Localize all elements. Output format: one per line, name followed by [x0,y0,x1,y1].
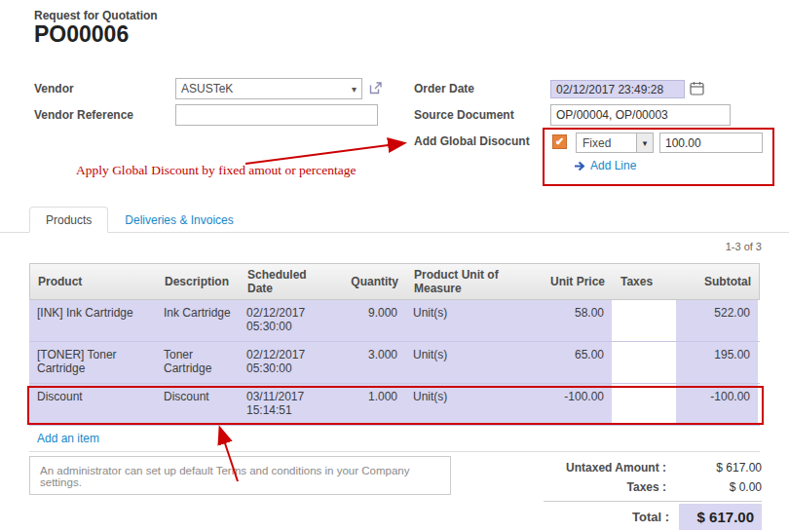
global-discount-label: Add Global Disocunt [414,134,530,148]
cell-description: Ink Cartridge [156,300,239,341]
total-label: Total : [632,510,679,524]
chevron-down-icon: ▾ [636,133,653,152]
vendor-value: ASUSTeK [181,82,233,95]
column-header-taxes: Taxes [613,275,677,288]
column-header-product: Product [30,275,157,288]
table-row[interactable]: [TONER] Toner Cartridge Toner Cartridge … [29,342,760,384]
untaxed-amount-label: Untaxed Amount : [544,461,676,475]
cell-taxes [612,300,676,341]
cell-description: Discount [156,384,239,425]
cell-unit-price: 65.00 [542,342,612,383]
cell-taxes [612,342,676,383]
doc-type-label: Request for Quotation [34,9,158,22]
untaxed-amount-value: $ 617.00 [676,461,762,475]
external-link-icon[interactable] [368,81,383,95]
cell-uom: Unit(s) [405,384,542,425]
annotation-global-discount-note: Apply Global Discount by fixed amout or … [76,163,357,178]
cell-scheduled-date: 02/12/2017 05:30:00 [239,300,341,341]
vendor-reference-input[interactable] [175,104,378,126]
cell-quantity: 1.000 [341,384,405,425]
column-header-uom: Product Unit of Measure [406,268,543,295]
cell-quantity: 3.000 [341,342,405,383]
column-header-scheduled-date: Scheduled Date [240,268,342,295]
cell-subtotal: -100.00 [676,384,758,425]
total-value: $ 617.00 [679,504,762,530]
totals-separator [544,501,762,502]
taxes-value: $ 0.00 [676,480,762,494]
cell-product: Discount [29,384,156,425]
vendor-label: Vendor [34,82,74,95]
tab-deliveries-invoices[interactable]: Deliveries & Invoices [108,207,249,233]
cell-uom: Unit(s) [405,300,542,341]
add-line-link[interactable]: Add Line [574,159,636,172]
discount-amount-input[interactable] [659,133,763,153]
column-header-quantity: Quantity [342,275,406,288]
column-header-description: Description [157,275,240,288]
add-item-link[interactable]: Add an item [37,432,99,445]
vendor-select[interactable]: ASUSTeK ▾ [175,78,362,99]
cell-product: [TONER] Toner Cartridge [29,342,156,383]
table-header-row: Product Description Scheduled Date Quant… [29,263,760,300]
cell-scheduled-date: 02/12/2017 05:30:00 [239,342,341,383]
discount-type-select[interactable]: Fixed ▾ [576,133,654,153]
cell-subtotal: 195.00 [676,342,758,383]
chevron-down-icon: ▾ [352,84,357,95]
calendar-icon[interactable] [690,81,704,95]
global-discount-checkbox[interactable]: ✔ [552,134,567,149]
page-title: PO00006 [34,21,129,48]
cell-subtotal: 522.00 [676,300,758,341]
tab-products[interactable]: Products [29,207,108,233]
pager-range: 1-3 of 3 [726,241,762,252]
totals-panel: Untaxed Amount : $ 617.00 Taxes : $ 0.00… [544,458,762,530]
order-date-field[interactable]: 02/12/2017 23:49:28 [550,80,685,98]
column-header-unit-price: Unit Price [543,275,613,288]
table-row-discount[interactable]: Discount Discount 03/11/2017 15:14:51 1.… [29,384,760,426]
cell-product: [INK] Ink Cartridge [29,300,156,341]
cell-unit-price: -100.00 [542,384,612,425]
cell-uom: Unit(s) [405,342,542,383]
order-lines-table: Product Description Scheduled Date Quant… [29,263,760,452]
rfq-form-page: Request for Quotation PO00006 Vendor ASU… [0,0,789,532]
cell-scheduled-date: 03/11/2017 15:14:51 [239,384,341,425]
order-date-label: Order Date [414,82,474,95]
cell-unit-price: 58.00 [542,300,612,341]
notebook-tabs: Products Deliveries & Invoices [29,207,250,233]
add-line-label: Add Line [590,159,636,172]
terms-conditions-note: An administrator can set up default Term… [29,456,451,495]
cell-quantity: 9.000 [341,300,405,341]
discount-type-value: Fixed [577,133,636,152]
source-document-input[interactable] [550,104,731,126]
column-header-subtotal: Subtotal [677,275,759,288]
cell-description: Toner Cartridge [156,342,239,383]
taxes-label: Taxes : [544,480,676,494]
source-document-label: Source Document [414,108,514,122]
cell-taxes [612,384,676,425]
annotation-arrow-global-discount [245,143,403,164]
check-icon: ✔ [555,135,564,148]
arrow-right-icon [574,161,586,171]
table-row[interactable]: [INK] Ink Cartridge Ink Cartridge 02/12/… [29,300,760,342]
vendor-reference-label: Vendor Reference [34,108,133,122]
